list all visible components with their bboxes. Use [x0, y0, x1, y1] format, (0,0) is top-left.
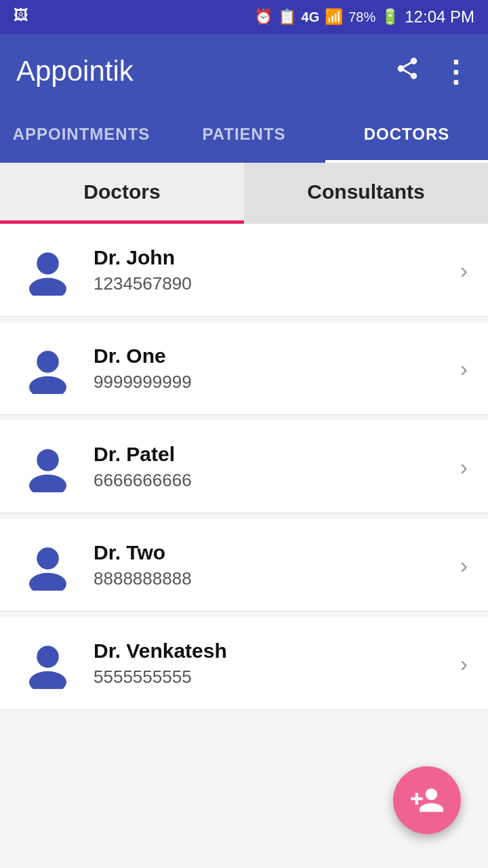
doctor-phone: 6666666666: [94, 470, 453, 491]
status-icon-gallery: 🖼: [14, 7, 28, 24]
svg-point-6: [37, 547, 59, 570]
battery-icon: 🔋: [381, 8, 399, 26]
doctor-info: Dr. One 9999999999: [94, 344, 453, 393]
avatar: [20, 341, 75, 395]
doctor-name: Dr. Patel: [94, 443, 453, 466]
doctor-info: Dr. Venkatesh 5555555555: [94, 639, 453, 688]
chevron-right-icon: ›: [460, 552, 468, 578]
table-row[interactable]: Dr. Two 8888888888 ›: [0, 519, 488, 612]
svg-point-0: [37, 252, 59, 275]
sub-tab-consultants[interactable]: Consultants: [244, 163, 488, 224]
doctor-list: Dr. John 1234567890 › Dr. One 9999999999…: [0, 224, 488, 710]
avatar: [20, 538, 75, 592]
battery-text: 78%: [348, 9, 375, 25]
app-title: Appointik: [16, 55, 134, 87]
add-doctor-button[interactable]: [393, 766, 461, 834]
status-bar: 🖼 ⏰ 📋 4G 📶 78% 🔋 12:04 PM: [0, 0, 488, 34]
chevron-right-icon: ›: [460, 257, 468, 283]
sub-tab-bar: Doctors Consultants: [0, 163, 488, 224]
network-4g-icon: 4G: [302, 9, 320, 25]
doctor-name: Dr. John: [94, 246, 453, 269]
avatar: [20, 243, 75, 297]
signal-icon: 📶: [325, 8, 343, 26]
main-tab-bar: APPOINTMENTS PATIENTS DOCTORS: [0, 108, 488, 163]
chevron-right-icon: ›: [460, 454, 468, 480]
app-bar-actions: ⋮: [394, 54, 472, 89]
svg-point-2: [37, 351, 59, 373]
share-button[interactable]: [394, 56, 420, 87]
status-time: 12:04 PM: [405, 7, 474, 26]
alarm-icon: ⏰: [254, 8, 272, 26]
svg-point-7: [29, 572, 66, 590]
doctor-phone: 8888888888: [94, 568, 453, 589]
tab-patients[interactable]: PATIENTS: [163, 108, 325, 163]
doctor-name: Dr. Two: [94, 541, 453, 564]
more-options-button[interactable]: ⋮: [441, 54, 472, 89]
svg-point-8: [37, 646, 59, 668]
doctor-phone: 1234567890: [94, 273, 453, 294]
svg-point-9: [29, 671, 66, 688]
doctor-phone: 5555555555: [94, 667, 453, 688]
svg-point-5: [29, 474, 66, 492]
sim-icon: 📋: [278, 8, 296, 26]
doctor-info: Dr. John 1234567890: [94, 246, 453, 294]
doctor-info: Dr. Patel 6666666666: [94, 443, 453, 491]
svg-point-1: [29, 277, 66, 295]
svg-point-4: [37, 449, 59, 471]
table-row[interactable]: Dr. Patel 6666666666 ›: [0, 420, 488, 513]
doctor-info: Dr. Two 8888888888: [94, 541, 453, 589]
doctor-name: Dr. One: [94, 344, 453, 368]
app-bar: Appointik ⋮: [0, 34, 488, 108]
doctor-phone: 9999999999: [94, 372, 453, 393]
chevron-right-icon: ›: [460, 650, 468, 677]
doctor-name: Dr. Venkatesh: [94, 639, 453, 663]
avatar: [20, 636, 75, 690]
svg-point-3: [29, 376, 66, 393]
status-icons: ⏰ 📋 4G 📶 78% 🔋 12:04 PM: [254, 7, 474, 26]
table-row[interactable]: Dr. Venkatesh 5555555555 ›: [0, 617, 488, 710]
tab-appointments[interactable]: APPOINTMENTS: [0, 108, 163, 163]
sub-tab-doctors[interactable]: Doctors: [0, 163, 244, 224]
chevron-right-icon: ›: [460, 355, 468, 382]
table-row[interactable]: Dr. John 1234567890 ›: [0, 224, 488, 317]
tab-doctors[interactable]: DOCTORS: [325, 108, 488, 163]
avatar: [20, 439, 75, 494]
table-row[interactable]: Dr. One 9999999999 ›: [0, 322, 488, 415]
